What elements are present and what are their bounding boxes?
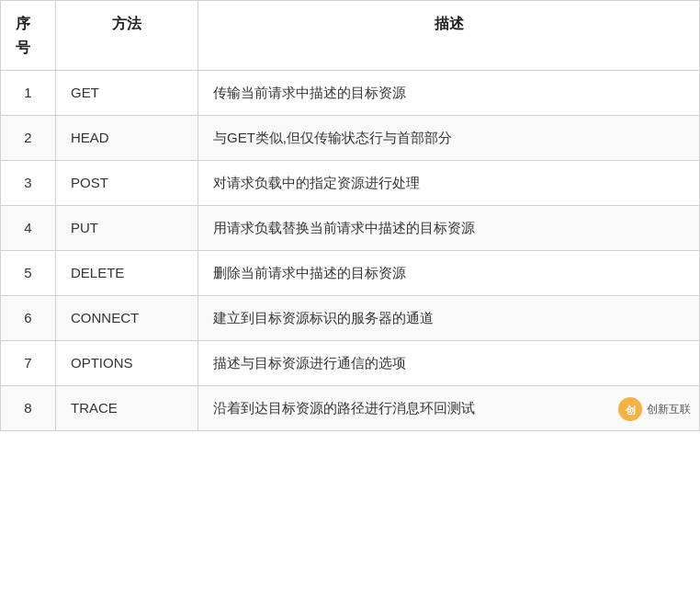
cell-method: CONNECT xyxy=(56,296,198,341)
table-row: 7OPTIONS描述与目标资源进行通信的选项 xyxy=(1,341,700,386)
table-row: 1GET传输当前请求中描述的目标资源 xyxy=(1,71,700,116)
table-body: 1GET传输当前请求中描述的目标资源2HEAD与GET类似,但仅传输状态行与首部… xyxy=(1,71,700,431)
table-row: 6CONNECT建立到目标资源标识的服务器的通道 xyxy=(1,296,700,341)
cell-description: 描述与目标资源进行通信的选项 xyxy=(198,341,700,386)
cell-index: 8 xyxy=(1,386,56,431)
cell-index: 4 xyxy=(1,206,56,251)
cell-index: 2 xyxy=(1,116,56,161)
cell-index: 3 xyxy=(1,161,56,206)
table-wrapper: 序 号 方法 描述 1GET传输当前请求中描述的目标资源2HEAD与GET类似,… xyxy=(0,0,700,431)
cell-index: 6 xyxy=(1,296,56,341)
table-row: 5DELETE删除当前请求中描述的目标资源 xyxy=(1,251,700,296)
table-row: 3POST对请求负载中的指定资源进行处理 xyxy=(1,161,700,206)
cell-description: 用请求负载替换当前请求中描述的目标资源 xyxy=(198,206,700,251)
table-row: 2HEAD与GET类似,但仅传输状态行与首部部分 xyxy=(1,116,700,161)
cell-index: 1 xyxy=(1,71,56,116)
cell-description: 对请求负载中的指定资源进行处理 xyxy=(198,161,700,206)
table-header: 序 号 方法 描述 xyxy=(1,1,700,71)
page-container: 序 号 方法 描述 1GET传输当前请求中描述的目标资源2HEAD与GET类似,… xyxy=(0,0,700,431)
table-row: 8TRACE沿着到达目标资源的路径进行消息环回测试 xyxy=(1,386,700,431)
cell-method: OPTIONS xyxy=(56,341,198,386)
cell-index: 5 xyxy=(1,251,56,296)
http-methods-table: 序 号 方法 描述 1GET传输当前请求中描述的目标资源2HEAD与GET类似,… xyxy=(0,0,700,431)
header-method: 方法 xyxy=(56,1,198,71)
cell-index: 7 xyxy=(1,341,56,386)
cell-method: HEAD xyxy=(56,116,198,161)
cell-method: TRACE xyxy=(56,386,198,431)
cell-description: 删除当前请求中描述的目标资源 xyxy=(198,251,700,296)
header-index: 序 号 xyxy=(1,1,56,71)
cell-method: DELETE xyxy=(56,251,198,296)
table-row: 4PUT用请求负载替换当前请求中描述的目标资源 xyxy=(1,206,700,251)
cell-description: 传输当前请求中描述的目标资源 xyxy=(198,71,700,116)
cell-method: GET xyxy=(56,71,198,116)
header-description: 描述 xyxy=(198,1,700,71)
cell-method: PUT xyxy=(56,206,198,251)
cell-description: 沿着到达目标资源的路径进行消息环回测试 xyxy=(198,386,700,431)
header-row: 序 号 方法 描述 xyxy=(1,1,700,71)
cell-description: 建立到目标资源标识的服务器的通道 xyxy=(198,296,700,341)
cell-description: 与GET类似,但仅传输状态行与首部部分 xyxy=(198,116,700,161)
cell-method: POST xyxy=(56,161,198,206)
